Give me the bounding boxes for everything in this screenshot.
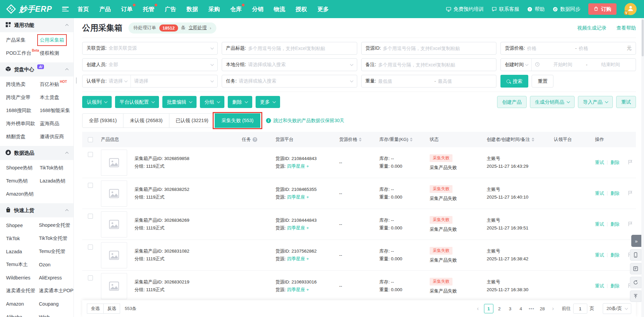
sidebar-section-data-pick[interactable]: 数据选品 [0,146,73,160]
source-name-link[interactable]: 四季星座 [287,195,305,200]
plus-icon[interactable]: + [306,195,309,200]
hamburger-menu-icon[interactable] [62,7,69,11]
sidebar-item[interactable]: 产品采集 [6,34,40,47]
status-tab[interactable]: 未认领 (26583) [123,113,169,128]
source-name-link[interactable]: 四季星座 [287,225,305,230]
sidebar-item[interactable]: TikTok热销 [40,161,74,174]
flag-icon[interactable] [628,221,633,227]
sidebar-item[interactable]: 本土货盘 [40,91,74,104]
sidebar-item[interactable]: Lazada [6,245,39,258]
secondary-action-button[interactable]: 生成分销商品 [530,96,575,108]
delete-link[interactable]: 删除 [610,160,620,166]
bulk-action-button[interactable]: 认领到 [82,96,112,108]
sidebar-item[interactable]: Amazon [6,297,39,310]
nav-menu-item[interactable]: 采购 [208,5,220,13]
sidebar-section-common[interactable]: 通用功能 [0,18,73,32]
contact-support-link[interactable]: 联系客服 [492,6,519,12]
plus-icon[interactable]: + [306,287,309,292]
plus-icon[interactable]: + [306,225,309,230]
goto-page-input[interactable] [573,304,587,314]
help-link[interactable]: ? 帮助 [527,6,545,12]
back-to-top-button[interactable] [630,290,641,302]
bulk-action-button[interactable]: 分组 [200,96,224,108]
local-group-select[interactable]: 本地分组: 请选择或输入搜索 [222,58,357,71]
page-number[interactable]: 1 [484,304,493,313]
select-all-checkbox[interactable] [88,137,93,142]
linked-source-select[interactable]: 关联货源: 全部关联货源 [82,42,218,55]
sidebar-section-quick-list[interactable]: 快速上货 [0,203,73,217]
sidebar-item[interactable]: Coupang [39,297,73,310]
bulk-action-button[interactable]: 平台认领配置 [115,96,159,108]
sidebar-item[interactable]: Alibaba [6,310,39,317]
page-number[interactable]: 2 [495,304,504,313]
sidebar-item[interactable]: TikTok全托管 [39,232,73,245]
handle-now-link[interactable]: 立即处理 [189,25,207,31]
nav-menu-item[interactable]: 托管 [143,5,154,13]
sidebar-section-supply[interactable]: 货盘中心 AI [0,62,73,76]
plus-icon[interactable]: + [306,256,309,261]
delete-link[interactable]: 删除 [610,191,620,197]
select-all-button[interactable]: 全选 [87,304,104,314]
video-record-link[interactable]: 视频生成记录 [577,25,606,31]
filter-collapse-handle[interactable] [76,78,76,84]
weight-max-input[interactable] [438,78,492,84]
claim-platform-select-1[interactable]: 请选择 [109,78,123,84]
nav-menu-item[interactable]: 首页 [77,5,89,13]
retry-link[interactable]: 重试 [595,252,604,258]
mobile-app-button[interactable] [630,249,641,261]
sidebar-item[interactable]: Lazada热销 [40,174,74,188]
refresh-button[interactable] [630,277,641,288]
delete-link[interactable]: 删除 [610,221,620,227]
training-link[interactable]: 免费预约培训 [446,6,484,12]
sidebar-item[interactable]: Temu热销 [6,174,40,188]
secondary-action-button[interactable]: 导入产品 [578,96,613,108]
price-max-input[interactable] [579,46,625,51]
sidebar-item[interactable]: Temu全托管 [39,245,73,258]
retry-link[interactable]: 重试 [595,191,604,197]
delete-link[interactable]: 删除 [610,252,620,258]
nav-menu-item[interactable]: 授权 [296,5,307,13]
sidebar-item[interactable]: 海外榜单同款 [6,117,40,130]
sidebar-item[interactable]: POD工作台Beta [6,47,40,60]
sidebar-item[interactable]: Wildberries [6,271,39,284]
sidebar-item[interactable]: TikTok [6,232,39,245]
start-time-input[interactable]: 开始时间 [542,62,584,68]
sidebar-item[interactable]: 1688搜同款 [6,104,40,117]
sidebar-item[interactable]: 跨境产业带 [6,91,40,104]
prev-page-button[interactable]: ‹ [473,304,483,313]
page-size-select[interactable]: 20条/页 [603,303,631,314]
time-type-select[interactable]: 创建时间 [505,62,524,68]
status-tab[interactable]: 已认领 (32219) [169,113,215,128]
sidebar-item[interactable]: Wish [39,310,73,317]
row-checkbox[interactable] [88,183,93,188]
retry-link[interactable]: 重试 [595,160,604,166]
retry-link[interactable]: 重试 [595,221,604,227]
view-help-link[interactable]: 查看帮助 [616,25,636,31]
sidebar-item[interactable]: 邀请供应商 [40,130,74,143]
source-name-link[interactable]: 四季星座 [287,164,305,169]
sidebar-item[interactable]: 精翻货盘 [6,130,40,143]
nav-menu-item[interactable]: 广告 [165,5,176,13]
sidebar-item[interactable]: 速卖通本土POP [39,284,73,297]
page-number[interactable]: 3 [505,304,515,313]
sort-icon[interactable] [359,138,362,142]
row-checkbox[interactable] [88,245,93,250]
bulk-action-button[interactable]: 批量编辑 [162,96,197,108]
app-logo[interactable]: 妙手ERP [6,4,52,14]
source-name-link[interactable]: 四季星座 [287,256,305,261]
nav-menu-item[interactable]: 订单 [121,5,132,13]
flag-icon[interactable] [628,160,633,166]
nav-menu-item[interactable]: 产品 [99,5,111,13]
status-tab[interactable]: 全部 (59361) [82,113,123,128]
sidebar-item[interactable]: Amazon热销 [6,188,40,201]
end-time-input[interactable]: 结束时间 [589,62,632,68]
creator-select[interactable]: 创建人员: 全部 [82,58,218,71]
sidebar-item[interactable]: Shopee全托管 [39,219,73,232]
subscribe-button[interactable]: 订购 [588,3,616,15]
page-scrollbar[interactable] [641,18,644,317]
page-number[interactable]: ••• [527,304,536,313]
row-checkbox[interactable] [88,152,93,157]
task-select[interactable]: 任务: 请选择或输入搜索 [222,75,357,88]
claim-platform-select-2[interactable]: 请选择 [134,78,148,84]
next-page-button[interactable]: › [548,304,558,313]
